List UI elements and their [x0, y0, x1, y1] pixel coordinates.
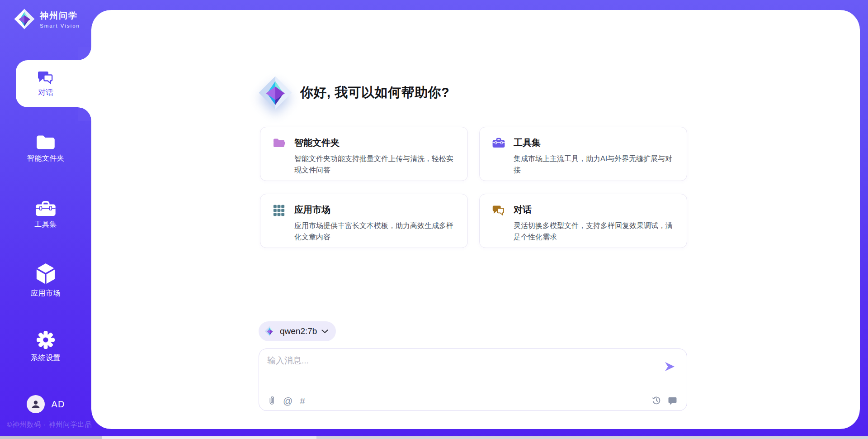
- greeting-text: 你好, 我可以如何帮助你?: [300, 84, 449, 102]
- folder-icon: [36, 134, 56, 150]
- gear-icon: [36, 330, 56, 350]
- copyright-text: ©神州数码 · 神州问学出品: [7, 420, 92, 429]
- model-logo-icon: [264, 325, 275, 337]
- folder-open-icon: [273, 137, 287, 181]
- history-button[interactable]: [652, 396, 661, 405]
- greeting: 你好, 我可以如何帮助你?: [258, 72, 449, 113]
- assistant-logo-icon: [258, 74, 293, 112]
- active-tab-fillet-bottom: [78, 107, 91, 121]
- card-title: 智能文件夹: [294, 137, 457, 149]
- sidebar-item-market[interactable]: 应用市场: [0, 262, 91, 298]
- card-app-market[interactable]: 应用市场 应用市场提供丰富长文本模板，助力高效生成多样化文章内容: [260, 194, 468, 248]
- sidebar-item-folders[interactable]: 智能文件夹: [0, 134, 91, 163]
- sidebar-item-label: 对话: [38, 87, 53, 98]
- card-description: 智能文件夹功能支持批量文件上传与清洗，轻松实现文件问答: [294, 153, 457, 176]
- message-composer: @ #: [259, 348, 687, 411]
- feature-cards: 智能文件夹 智能文件夹功能支持批量文件上传与清洗，轻松实现文件问答 工: [260, 127, 687, 248]
- sidebar-item-settings[interactable]: 系统设置: [0, 330, 91, 363]
- sidebar-item-chat[interactable]: 对话: [16, 60, 91, 107]
- card-title: 工具集: [514, 137, 676, 149]
- brand-name: 神州问学: [40, 10, 80, 22]
- active-tab-fillet-top: [78, 47, 91, 60]
- history-icon: [652, 396, 661, 405]
- bottom-strip: [0, 436, 868, 439]
- app-root: 神州问学 Smart Vision 对话 智能文件夹: [0, 0, 868, 439]
- brand-logo-icon: [14, 8, 35, 30]
- main-panel: 你好, 我可以如何帮助你? 智能文件夹 智能文件夹功能支持批量文件上传与清洗，轻…: [91, 10, 860, 429]
- card-description: 应用市场提供丰富长文本模板，助力高效生成多样化文章内容: [294, 220, 457, 243]
- card-chat[interactable]: 对话 灵活切换多模型文件，支持多样回复效果调试，满足个性化需求: [479, 194, 687, 248]
- paperclip-icon: [268, 396, 276, 406]
- sidebar-item-label: 系统设置: [31, 353, 61, 363]
- sidebar-item-label: 应用市场: [31, 289, 61, 298]
- person-icon: [30, 399, 41, 410]
- model-selector[interactable]: qwen2:7b: [259, 321, 336, 341]
- card-title: 对话: [514, 204, 676, 216]
- chevron-down-icon: [321, 329, 328, 334]
- sidebar-item-label: 智能文件夹: [27, 154, 65, 163]
- composer-divider: [259, 389, 687, 389]
- send-button[interactable]: [664, 362, 675, 373]
- hashtag-button[interactable]: #: [300, 396, 305, 406]
- send-icon: [664, 362, 675, 372]
- card-title: 应用市场: [294, 204, 457, 216]
- chat-icon: [492, 204, 506, 248]
- card-description: 灵活切换多模型文件，支持多样回复效果调试，满足个性化需求: [514, 220, 676, 243]
- chat-icon: [38, 70, 54, 85]
- card-description: 集成市场上主流工具，助力AI与外界无缝扩展与对接: [514, 153, 676, 176]
- grid-icon: [273, 204, 287, 248]
- toolbox-icon: [492, 137, 506, 181]
- card-smart-folder[interactable]: 智能文件夹 智能文件夹功能支持批量文件上传与清洗，轻松实现文件问答: [260, 127, 468, 181]
- sidebar-item-toolset[interactable]: 工具集: [0, 201, 91, 229]
- model-name: qwen2:7b: [280, 326, 317, 336]
- toolbox-icon: [35, 201, 56, 216]
- brand-subtitle: Smart Vision: [40, 23, 80, 29]
- chat-history-button[interactable]: [668, 396, 677, 405]
- message-input[interactable]: [267, 355, 651, 385]
- sidebar-item-label: 工具集: [34, 220, 57, 229]
- attach-button[interactable]: [268, 396, 276, 406]
- brand: 神州问学 Smart Vision: [14, 8, 80, 30]
- cube-icon: [35, 262, 56, 285]
- user-initials: AD: [52, 399, 65, 410]
- user-profile[interactable]: AD: [0, 395, 91, 413]
- composer-toolbar: @ #: [268, 392, 677, 409]
- mention-button[interactable]: @: [283, 396, 292, 406]
- avatar: [27, 395, 45, 413]
- chat-bubble-icon: [668, 396, 677, 405]
- card-toolset[interactable]: 工具集 集成市场上主流工具，助力AI与外界无缝扩展与对接: [479, 127, 687, 181]
